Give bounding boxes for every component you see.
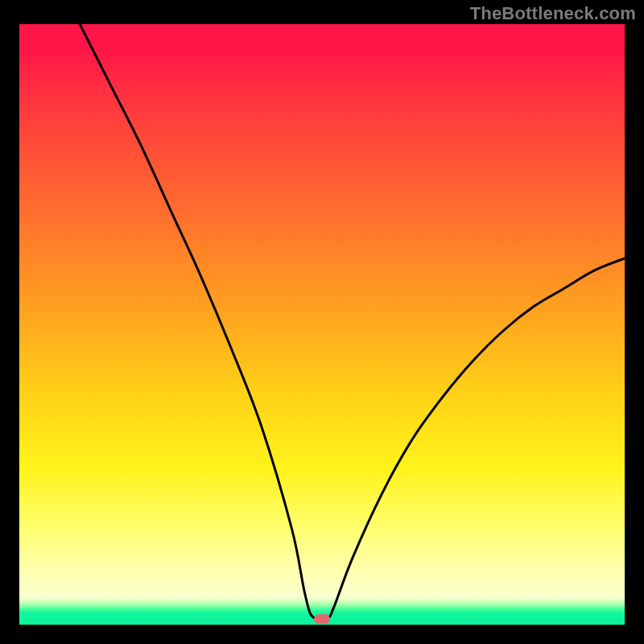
bottleneck-curve <box>80 24 625 620</box>
plot-area <box>19 24 625 625</box>
optimal-point-marker <box>314 614 330 624</box>
curve-svg <box>19 24 625 625</box>
chart-frame: TheBottleneck.com <box>0 0 644 644</box>
watermark-text: TheBottleneck.com <box>470 3 636 24</box>
